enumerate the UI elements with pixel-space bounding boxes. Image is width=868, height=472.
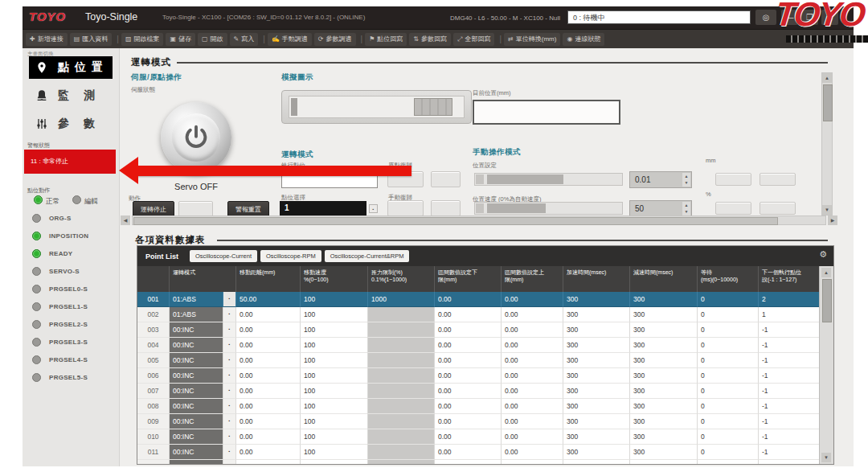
cell-accel[interactable]: 300 [563, 399, 630, 414]
position-step-spinner[interactable]: 0.01 ▲▼ [629, 171, 692, 188]
mode-cell[interactable]: 01:ABS [170, 307, 223, 322]
jog-plus-button[interactable] [760, 173, 796, 186]
tab-oscilloscope-current[interactable]: Oscilloscope-Current [190, 250, 257, 262]
cell-upper[interactable]: 0.00 [502, 322, 563, 338]
cell-force[interactable] [368, 399, 435, 414]
cell-force[interactable] [368, 445, 435, 460]
cell-wait[interactable]: 0 [698, 292, 759, 307]
mode-dropdown-button[interactable]: ▪ [223, 307, 236, 322]
table-row-008[interactable]: 00800:INC▪0.001000.000.003003000-1 [137, 399, 821, 414]
mode-dropdown-button[interactable]: ▪ [223, 399, 236, 414]
point-select-dropdown[interactable]: 1 [280, 201, 366, 215]
cell-upper[interactable]: 0.00 [502, 384, 563, 399]
cell-decel[interactable]: 300 [630, 445, 698, 460]
mode-dropdown-button[interactable]: ▪ [223, 460, 236, 465]
cell-wait[interactable]: 0 [698, 353, 759, 368]
speed-minus-button[interactable] [715, 202, 751, 215]
cell-upper[interactable]: 0.00 [502, 445, 563, 460]
position-slider[interactable] [474, 173, 623, 186]
cell-distance[interactable]: 0.00 [236, 307, 301, 322]
cell-accel[interactable]: 300 [563, 460, 630, 465]
mode-cell[interactable]: 00:INC [170, 445, 223, 460]
mode-dropdown-button[interactable]: ▪ [223, 384, 236, 399]
disabled-action-button[interactable] [178, 201, 213, 217]
cell-decel[interactable]: 300 [630, 322, 698, 338]
cell-speed[interactable]: 100 [301, 292, 368, 307]
point-select-dropdown-button[interactable]: ▪ [369, 204, 378, 213]
speed-spinner-arrows[interactable]: ▲▼ [682, 202, 690, 215]
table-vscroll-thumb[interactable] [822, 279, 832, 322]
cell-lower[interactable]: 0.00 [435, 384, 502, 399]
cell-decel[interactable]: 300 [630, 353, 698, 368]
toolbar-item-open-file[interactable]: ▨開啟檔案 [121, 33, 164, 46]
cell-next[interactable]: -1 [759, 414, 821, 429]
mode-dropdown-button[interactable]: ▪ [223, 292, 236, 307]
sidebar-item-point-position[interactable]: 點位置 [29, 56, 113, 79]
table-row-005[interactable]: 00500:INC▪0.001000.000.003003000-1 [137, 353, 821, 368]
cell-force[interactable] [368, 368, 435, 384]
cell-next[interactable]: 1 [759, 307, 821, 322]
cell-wait[interactable]: 0 [698, 445, 759, 460]
toolbar-item-import-data[interactable]: ▤匯入資料 [70, 33, 113, 46]
toolbar-item-all-writeback[interactable]: ⤢全部回寫 [453, 33, 494, 46]
mode-cell[interactable]: 00:INC [170, 368, 223, 384]
speed-slider[interactable] [474, 202, 623, 215]
table-row-012[interactable]: 01200:INC▪0.001000.000.003003000-1 [137, 460, 821, 465]
cell-speed[interactable]: 100 [301, 384, 368, 399]
toolbar-item-new-connection[interactable]: ✚新增連接 [26, 33, 68, 46]
cell-next[interactable]: -1 [759, 368, 821, 384]
cell-force[interactable] [368, 414, 435, 429]
cell-distance[interactable]: 0.00 [236, 460, 301, 465]
cell-wait[interactable]: 0 [698, 307, 759, 322]
run-stop-button[interactable]: 運轉停止 [133, 201, 174, 217]
toolbar-item-save[interactable]: ▣儲存 [166, 33, 195, 46]
cell-decel[interactable]: 300 [630, 414, 698, 429]
speed-plus-button[interactable] [760, 202, 796, 215]
cell-lower[interactable]: 0.00 [435, 307, 502, 322]
cell-lower[interactable]: 0.00 [435, 292, 502, 307]
sidebar-item-parameter[interactable]: 參 數 [29, 113, 113, 135]
table-row-003[interactable]: 00300:INC▪0.001000.000.003003000-1 [137, 322, 821, 338]
cell-next[interactable]: 2 [759, 292, 821, 307]
cell-distance[interactable]: 0.00 [236, 353, 301, 368]
toolbar-item-write[interactable]: ✎寫入 [230, 33, 259, 46]
cell-upper[interactable]: 0.00 [502, 429, 563, 445]
cell-distance[interactable]: 0.00 [236, 384, 301, 399]
cell-accel[interactable]: 300 [563, 414, 630, 429]
cell-upper[interactable]: 0.00 [502, 414, 563, 429]
scroll-right-icon[interactable]: ▶ [828, 215, 837, 225]
scroll-down-icon[interactable]: ▼ [822, 205, 832, 215]
cell-lower[interactable]: 0.00 [435, 414, 502, 429]
cell-speed[interactable]: 100 [301, 368, 368, 384]
cell-accel[interactable]: 300 [563, 338, 630, 353]
cell-speed[interactable]: 100 [301, 307, 368, 322]
servo-power-button[interactable] [161, 102, 231, 173]
mode-cell[interactable]: 00:INC [170, 414, 223, 429]
mode-cell[interactable]: 00:INC [170, 322, 223, 338]
cell-force[interactable] [368, 307, 435, 322]
connect-status-button[interactable]: ◎ [755, 10, 776, 25]
mode-cell[interactable]: 00:INC [170, 399, 223, 414]
panel-vscroll-thumb[interactable] [823, 84, 833, 121]
cell-distance[interactable]: 0.00 [236, 429, 301, 445]
cell-wait[interactable]: 0 [698, 429, 759, 445]
cell-accel[interactable]: 300 [563, 445, 630, 460]
cell-wait[interactable]: 0 [698, 322, 759, 338]
cell-upper[interactable]: 0.00 [502, 292, 563, 307]
cell-speed[interactable]: 100 [301, 338, 368, 353]
cell-speed[interactable]: 100 [301, 353, 368, 368]
cell-force[interactable] [368, 322, 435, 338]
machine-status-field[interactable]: 0 : 待機中 [567, 10, 751, 24]
cell-force[interactable] [368, 429, 435, 445]
table-scroll-up-icon[interactable]: ▲ [821, 268, 831, 277]
mode-dropdown-button[interactable]: ▪ [223, 445, 236, 460]
tab-oscilloscope-current-rpm[interactable]: Oscilloscope-Current&RPM [325, 250, 410, 262]
table-scroll-down-icon[interactable]: ▼ [821, 453, 831, 462]
origin-return-button-2[interactable] [431, 171, 461, 187]
cell-lower[interactable]: 0.00 [435, 399, 502, 414]
cell-accel[interactable]: 300 [563, 322, 630, 338]
cell-wait[interactable]: 0 [698, 368, 759, 384]
cell-next[interactable]: -1 [759, 429, 821, 445]
cell-lower[interactable]: 0.00 [435, 353, 502, 368]
cell-distance[interactable]: 0.00 [236, 414, 301, 429]
